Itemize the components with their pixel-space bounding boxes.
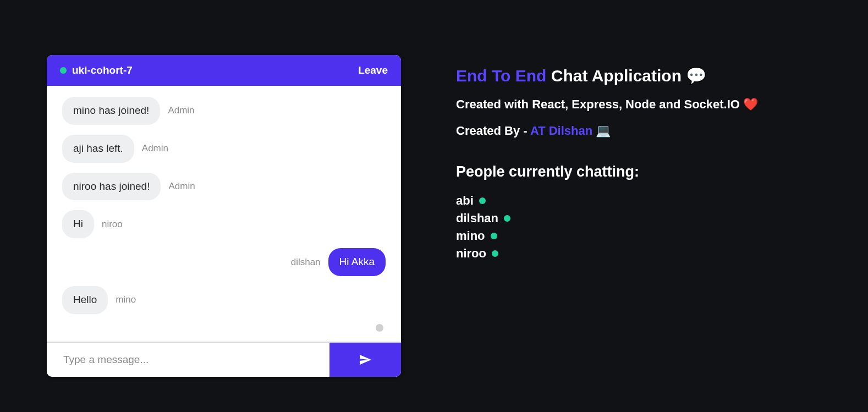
person-item: niroo — [456, 246, 758, 261]
message-sender: dilshan — [291, 257, 321, 268]
app-title: End To End Chat Application 💬 — [456, 66, 758, 85]
room-name-label: uki-cohort-7 — [72, 64, 133, 76]
person-name: mino — [456, 229, 485, 243]
author-prefix: Created By - — [456, 124, 530, 138]
person-name: dilshan — [456, 211, 498, 226]
message-sender: niroo — [102, 219, 123, 230]
message-input[interactable] — [47, 343, 329, 377]
person-item: abi — [456, 194, 758, 208]
paper-plane-icon — [359, 353, 372, 366]
app-title-accent: End To End — [456, 67, 546, 85]
info-panel: End To End Chat Application 💬 Created wi… — [456, 55, 758, 412]
message-row: Hellomino — [62, 286, 386, 314]
chat-header: uki-cohort-7 Leave — [47, 55, 401, 86]
people-list: abidilshanminoniroo — [456, 194, 758, 261]
leave-button[interactable]: Leave — [358, 64, 388, 76]
chat-window: uki-cohort-7 Leave mino has joined!Admin… — [47, 55, 401, 377]
typing-indicator-icon — [376, 324, 383, 332]
message-bubble: Hi Akka — [328, 248, 386, 276]
message-bubble: aji has left. — [62, 135, 134, 163]
person-item: mino — [456, 229, 758, 243]
message-sender: mino — [116, 294, 136, 305]
message-bubble: Hi — [62, 210, 94, 238]
author-name: AT Dilshan — [530, 124, 592, 138]
online-dot-icon — [492, 250, 498, 257]
message-list[interactable]: mino has joined!Adminaji has left.Adminn… — [47, 86, 401, 342]
message-row: Hiniroo — [62, 210, 386, 238]
author-line: Created By - AT Dilshan 💻 — [456, 124, 758, 138]
message-sender: Admin — [168, 105, 194, 116]
author-suffix: 💻 — [592, 124, 611, 138]
message-row: aji has left.Admin — [62, 135, 386, 163]
message-row: niroo has joined!Admin — [62, 173, 386, 201]
online-dot-icon — [504, 215, 510, 222]
send-button[interactable] — [329, 343, 401, 377]
people-heading: People currently chatting: — [456, 163, 758, 180]
message-sender: Admin — [142, 143, 168, 154]
stack-line: Created with React, Express, Node and So… — [456, 97, 758, 112]
message-sender: Admin — [168, 181, 195, 192]
message-row: dilshanHi Akka — [62, 248, 386, 276]
online-dot-icon — [479, 197, 486, 204]
message-bubble: mino has joined! — [62, 97, 160, 125]
message-bubble: Hello — [62, 286, 108, 314]
app-title-rest: Chat Application 💬 — [551, 67, 707, 85]
input-bar — [47, 342, 401, 377]
online-dot-icon — [491, 233, 497, 239]
online-dot-icon — [60, 67, 67, 74]
person-name: abi — [456, 194, 474, 208]
message-row: mino has joined!Admin — [62, 97, 386, 125]
person-name: niroo — [456, 246, 486, 261]
room-name: uki-cohort-7 — [60, 64, 133, 76]
message-bubble: niroo has joined! — [62, 173, 161, 201]
person-item: dilshan — [456, 211, 758, 226]
